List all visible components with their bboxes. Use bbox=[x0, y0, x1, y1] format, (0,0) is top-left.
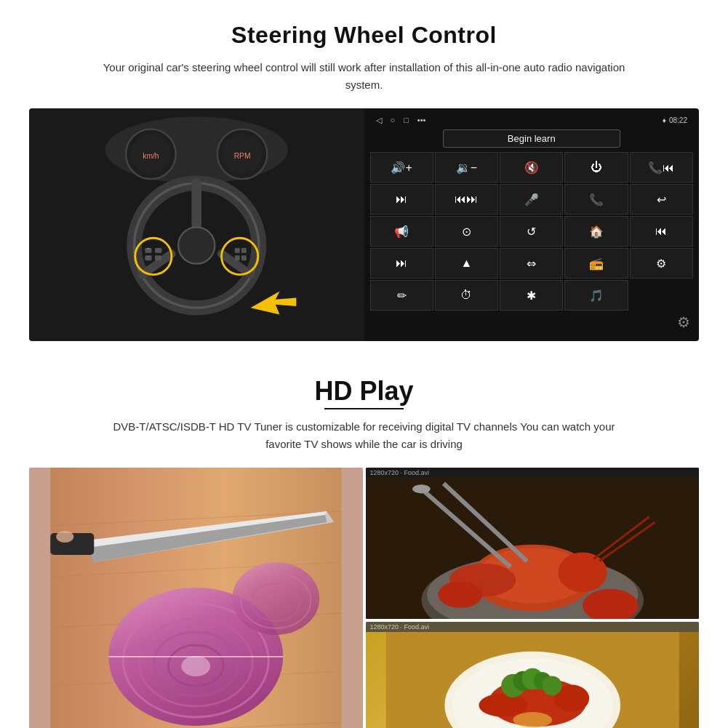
android-nav-icons: ◁ ○ □ ••• bbox=[376, 116, 426, 125]
radio-icon: 📻 bbox=[589, 257, 604, 271]
eq-icon-cell[interactable]: ⚙ bbox=[630, 248, 693, 279]
mute-icon: 🔇 bbox=[524, 161, 539, 175]
settings-row: ⚙ bbox=[370, 311, 694, 331]
svg-point-45 bbox=[56, 531, 73, 543]
steering-subtitle: Your original car's steering wheel contr… bbox=[92, 59, 637, 94]
time-display: 08:22 bbox=[669, 116, 687, 124]
nav-icon-cell[interactable]: ▲ bbox=[435, 248, 498, 279]
icon-grid: 🔊+ 🔉− 🔇 ⏻ 📞⏮ ⏭ ⏮⏭ 🎤 📞 ↩ 📢 ⊙ ↺ 🏠 bbox=[370, 152, 694, 311]
svg-point-13 bbox=[178, 227, 215, 263]
next-track-icon: ⏭ bbox=[396, 193, 407, 206]
svg-point-75 bbox=[513, 712, 552, 727]
steering-image-container: km/h RPM bbox=[29, 108, 699, 341]
back-nav-icon: ↺ bbox=[527, 225, 536, 239]
svg-point-54 bbox=[558, 552, 607, 592]
steering-section: Steering Wheel Control Your original car… bbox=[0, 0, 728, 356]
swap-icon: ⇔ bbox=[527, 257, 536, 271]
edit-icon-cell[interactable]: ✏ bbox=[370, 280, 433, 311]
hdplay-section: HD Play DVB-T/ATSC/ISDB-T HD TV Tuner is… bbox=[0, 356, 728, 728]
svg-rect-22 bbox=[235, 248, 240, 253]
radio-icon-cell[interactable]: 📻 bbox=[564, 248, 628, 279]
svg-point-69 bbox=[479, 694, 527, 717]
camera360-icon: ⊙ bbox=[462, 225, 471, 239]
dots-icon: ••• bbox=[417, 116, 426, 125]
android-status: ♦ 08:22 bbox=[663, 116, 687, 124]
home2-icon-cell[interactable]: 🏠 bbox=[564, 216, 628, 247]
skip-fwd-icon: ⏭ bbox=[396, 257, 407, 270]
clock-icon: ⏱ bbox=[460, 289, 472, 302]
clock-icon-cell[interactable]: ⏱ bbox=[435, 280, 498, 311]
begin-learn-button[interactable]: Begin learn bbox=[443, 129, 620, 148]
lobster-dish-bottom: 1280x720 · Food.avi bbox=[366, 622, 700, 728]
vol-up-icon-cell[interactable]: 🔊+ bbox=[370, 152, 433, 183]
lobster-video-content bbox=[366, 478, 700, 619]
svg-rect-20 bbox=[155, 255, 161, 260]
hdplay-title: HD Play bbox=[314, 376, 413, 409]
speaker-icon: 📢 bbox=[394, 225, 409, 239]
bluetooth-icon: ✱ bbox=[527, 289, 536, 303]
location-icon: ♦ bbox=[663, 116, 666, 124]
home-icon: ○ bbox=[391, 116, 396, 125]
end-call-icon-cell[interactable]: ↩ bbox=[630, 184, 693, 215]
steering-wheel-photo: km/h RPM bbox=[29, 108, 364, 341]
vol-down-icon-cell[interactable]: 🔉− bbox=[435, 152, 498, 183]
page-wrapper: Steering Wheel Control Your original car… bbox=[0, 0, 728, 728]
speaker-icon-cell[interactable]: 📢 bbox=[370, 216, 433, 247]
swap-icon-cell[interactable]: ⇔ bbox=[500, 248, 563, 279]
skip-back-icon: ⏮ bbox=[655, 225, 667, 238]
video-topbar-top: 1280x720 · Food.avi bbox=[366, 468, 700, 478]
food-dish-svg bbox=[366, 632, 700, 728]
prev-track-icon-cell[interactable]: ⏮⏭ bbox=[435, 184, 498, 215]
nav-icon: ▲ bbox=[461, 257, 473, 270]
call-icon-cell[interactable]: 📞 bbox=[564, 184, 628, 215]
hd-images-grid: 1280x720 · Food.avi bbox=[29, 468, 699, 728]
power-icon: ⏻ bbox=[591, 161, 602, 174]
call-icon: 📞 bbox=[589, 193, 604, 207]
svg-text:km/h: km/h bbox=[143, 152, 159, 160]
eq-icon: ⚙ bbox=[656, 257, 666, 271]
svg-point-59 bbox=[438, 581, 482, 608]
svg-rect-24 bbox=[235, 255, 240, 260]
onion-cutting-image bbox=[29, 468, 363, 728]
svg-point-39 bbox=[181, 656, 210, 676]
back-icon: ◁ bbox=[376, 116, 382, 125]
svg-text:RPM: RPM bbox=[234, 152, 251, 160]
skip-fwd-icon-cell[interactable]: ⏭ bbox=[370, 248, 433, 279]
mute-icon-cell[interactable]: 🔇 bbox=[500, 152, 563, 183]
music-icon: 🎵 bbox=[589, 289, 604, 303]
svg-rect-19 bbox=[155, 248, 161, 253]
svg-point-62 bbox=[412, 484, 430, 493]
svg-point-74 bbox=[542, 676, 561, 695]
settings-gear-icon[interactable]: ⚙ bbox=[677, 313, 690, 331]
vol-up-icon: 🔊+ bbox=[391, 161, 412, 175]
home2-icon: 🏠 bbox=[589, 225, 604, 239]
music-icon-cell[interactable]: 🎵 bbox=[564, 280, 628, 311]
onion-svg bbox=[29, 468, 363, 728]
phone-prev-icon: 📞⏮ bbox=[648, 161, 674, 175]
svg-rect-23 bbox=[241, 248, 247, 253]
bluetooth-icon-cell[interactable]: ✱ bbox=[500, 280, 563, 311]
lobster-video-top: 1280x720 · Food.avi bbox=[366, 468, 700, 619]
steering-wheel-svg: km/h RPM bbox=[29, 108, 364, 341]
prev-track-icon: ⏮⏭ bbox=[455, 193, 478, 206]
hdplay-description: DVB-T/ATSC/ISDB-T HD TV Tuner is customi… bbox=[103, 418, 626, 453]
next-track-icon-cell[interactable]: ⏭ bbox=[370, 184, 433, 215]
svg-rect-25 bbox=[241, 255, 247, 260]
edit-icon: ✏ bbox=[397, 289, 407, 303]
vol-down-icon: 🔉− bbox=[456, 161, 477, 175]
phone-prev-icon-cell[interactable]: 📞⏮ bbox=[630, 152, 693, 183]
camera360-icon-cell[interactable]: ⊙ bbox=[435, 216, 498, 247]
food-visual bbox=[366, 632, 700, 728]
recents-icon: □ bbox=[404, 116, 409, 125]
android-interface: ◁ ○ □ ••• ♦ 08:22 Begin learn 🔊+ 🔉− bbox=[364, 108, 700, 341]
power-icon-cell[interactable]: ⏻ bbox=[564, 152, 628, 183]
video-topbar-bottom: 1280x720 · Food.avi bbox=[366, 622, 700, 632]
back-icon-cell[interactable]: ↺ bbox=[500, 216, 563, 247]
skip-back-icon-cell[interactable]: ⏮ bbox=[630, 216, 693, 247]
lobster-svg bbox=[366, 478, 700, 619]
steering-title: Steering Wheel Control bbox=[29, 22, 699, 49]
mic-icon-cell[interactable]: 🎤 bbox=[500, 184, 563, 215]
android-topbar: ◁ ○ □ ••• ♦ 08:22 bbox=[370, 114, 694, 127]
mic-icon: 🎤 bbox=[524, 193, 539, 207]
end-call-icon: ↩ bbox=[657, 193, 666, 207]
